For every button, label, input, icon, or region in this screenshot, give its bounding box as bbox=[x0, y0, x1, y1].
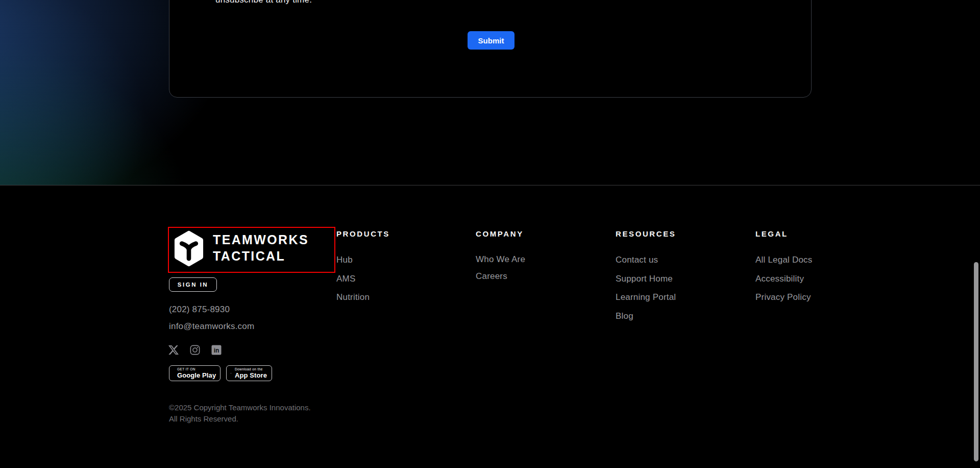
footer-column-resources: RESOURCES Contact us Support Home Learni… bbox=[616, 229, 676, 320]
svg-text:in: in bbox=[214, 347, 219, 354]
x-icon[interactable] bbox=[168, 345, 179, 355]
footer-column-products: PRODUCTS Hub AMS Nutrition bbox=[336, 229, 390, 301]
footer-link-contact-us[interactable]: Contact us bbox=[616, 255, 676, 264]
footer-link-blog[interactable]: Blog bbox=[616, 312, 676, 320]
copyright-line1: ©2025 Copyright Teamworks Innovations. bbox=[169, 402, 311, 413]
phone-number[interactable]: (202) 875-8930 bbox=[169, 305, 230, 315]
email-address[interactable]: info@teamworks.com bbox=[169, 321, 254, 332]
social-links: in bbox=[168, 345, 222, 355]
column-heading: RESOURCES bbox=[616, 229, 676, 238]
footer-link-all-legal-docs[interactable]: All Legal Docs bbox=[755, 255, 812, 264]
copyright: ©2025 Copyright Teamworks Innovations. A… bbox=[169, 402, 311, 424]
footer-link-careers[interactable]: Careers bbox=[476, 272, 525, 280]
google-play-badge[interactable]: GET IT ON Google Play bbox=[169, 365, 220, 381]
newsletter-section: unsubscribe at any time. Submit bbox=[0, 0, 980, 185]
brand-logo[interactable]: TEAMWORKS TACTICAL bbox=[172, 230, 313, 267]
newsletter-disclaimer: unsubscribe at any time. bbox=[215, 0, 312, 5]
column-heading: PRODUCTS bbox=[336, 229, 390, 238]
linkedin-icon[interactable]: in bbox=[211, 345, 222, 355]
instagram-icon[interactable] bbox=[190, 345, 200, 355]
brand-wordmark-line2: TACTICAL bbox=[213, 248, 309, 264]
footer: TEAMWORKS TACTICAL SIGN IN (202) 875-893… bbox=[0, 185, 980, 468]
google-play-label: Google Play bbox=[177, 372, 216, 379]
footer-link-ams[interactable]: AMS bbox=[336, 274, 390, 283]
sign-in-button[interactable]: SIGN IN bbox=[169, 277, 217, 292]
footer-link-support-home[interactable]: Support Home bbox=[616, 274, 676, 283]
footer-link-hub[interactable]: Hub bbox=[336, 255, 390, 264]
app-store-label: App Store bbox=[235, 372, 267, 379]
app-badges: GET IT ON Google Play Download on the Ap… bbox=[169, 365, 272, 381]
page: unsubscribe at any time. Submit TEAMWORK… bbox=[0, 0, 980, 468]
brand-wordmark-line1: TEAMWORKS bbox=[213, 231, 309, 248]
column-heading: LEGAL bbox=[755, 229, 812, 238]
footer-link-who-we-are[interactable]: Who We Are bbox=[476, 255, 525, 264]
apple-icon bbox=[231, 369, 231, 378]
footer-link-nutrition[interactable]: Nutrition bbox=[336, 293, 390, 301]
teamworks-hexagon-icon bbox=[172, 230, 206, 267]
footer-column-legal: LEGAL All Legal Docs Accessibility Priva… bbox=[755, 229, 812, 301]
app-store-badge[interactable]: Download on the App Store bbox=[226, 365, 272, 381]
footer-column-company: COMPANY Who We Are Careers bbox=[476, 229, 525, 280]
footer-link-accessibility[interactable]: Accessibility bbox=[755, 274, 812, 283]
footer-link-learning-portal[interactable]: Learning Portal bbox=[616, 293, 676, 301]
brand-wordmark: TEAMWORKS TACTICAL bbox=[213, 231, 309, 264]
newsletter-card: unsubscribe at any time. Submit bbox=[169, 0, 812, 98]
google-play-tagline: GET IT ON bbox=[177, 368, 216, 371]
app-store-tagline: Download on the bbox=[235, 368, 267, 371]
column-heading: COMPANY bbox=[476, 229, 525, 238]
submit-button[interactable]: Submit bbox=[468, 31, 514, 50]
footer-link-privacy-policy[interactable]: Privacy Policy bbox=[755, 293, 812, 301]
scrollbar-thumb[interactable] bbox=[974, 262, 978, 461]
copyright-line2: All Rights Reserved. bbox=[169, 413, 311, 425]
